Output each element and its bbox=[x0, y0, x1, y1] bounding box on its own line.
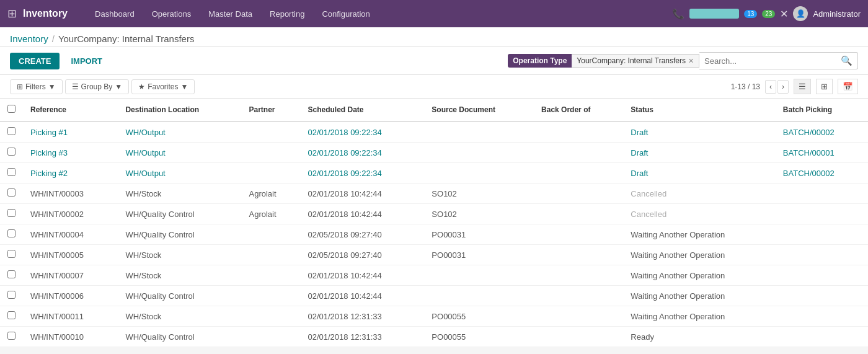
select-all-checkbox[interactable] bbox=[7, 105, 16, 113]
cell-status: Waiting Another Operation bbox=[623, 306, 776, 327]
nav-configuration[interactable]: Configuration bbox=[313, 0, 378, 27]
cell-batch-picking bbox=[776, 245, 868, 265]
page-next-button[interactable]: › bbox=[777, 80, 789, 94]
cell-reference[interactable]: Picking #1 bbox=[23, 122, 118, 143]
cell-status: Waiting Another Operation bbox=[623, 224, 776, 245]
row-checkbox[interactable] bbox=[7, 148, 16, 156]
cell-batch-picking[interactable]: BATCH/00002 bbox=[776, 163, 868, 184]
cell-status: Ready bbox=[623, 327, 776, 347]
cell-scheduled-date: 02/05/2018 09:27:40 bbox=[300, 224, 424, 245]
cell-scheduled-date: 02/01/2018 10:42:44 bbox=[300, 204, 424, 224]
row-checkbox[interactable] bbox=[7, 209, 16, 217]
cell-destination[interactable]: WH/Output bbox=[118, 163, 241, 184]
filter-icon: ⊞ bbox=[17, 82, 23, 91]
filters-chevron: ▼ bbox=[48, 82, 56, 91]
page-navigation: ‹ › bbox=[765, 80, 789, 94]
cell-back-order bbox=[534, 143, 623, 163]
grid-icon[interactable]: ⊞ bbox=[7, 7, 17, 20]
cell-reference[interactable]: Picking #3 bbox=[23, 143, 118, 163]
nav-right: 📞 13 23 ✕ 👤 Administrator bbox=[672, 6, 861, 21]
cell-partner bbox=[241, 286, 300, 306]
row-checkbox[interactable] bbox=[7, 229, 16, 237]
cell-status: Waiting Another Operation bbox=[623, 286, 776, 306]
cell-back-order bbox=[534, 286, 623, 306]
cell-status: Draft bbox=[623, 163, 776, 184]
nav-dashboard[interactable]: Dashboard bbox=[86, 0, 143, 27]
filter-row: ⊞ Filters ▼ ☰ Group By ▼ ★ Favorites ▼ 1… bbox=[0, 75, 868, 99]
cell-scheduled-date: 02/01/2018 10:42:44 bbox=[300, 286, 424, 306]
cell-back-order bbox=[534, 204, 623, 224]
remove-filter-icon[interactable]: ✕ bbox=[688, 57, 694, 65]
list-view-button[interactable]: ☰ bbox=[794, 79, 811, 94]
grid-view-button[interactable]: ⊞ bbox=[816, 79, 833, 94]
filters-button[interactable]: ⊞ Filters ▼ bbox=[10, 79, 63, 94]
cell-back-order bbox=[534, 265, 623, 286]
calendar-view-button[interactable]: 📅 bbox=[838, 79, 858, 94]
page-prev-button[interactable]: ‹ bbox=[765, 80, 776, 94]
cell-reference: WH/INT/00002 bbox=[23, 204, 118, 224]
close-icon[interactable]: ✕ bbox=[780, 8, 788, 20]
cell-scheduled-date: 02/05/2018 09:27:40 bbox=[300, 245, 424, 265]
star-icon: ★ bbox=[138, 82, 145, 91]
cell-back-order bbox=[534, 224, 623, 245]
cell-partner bbox=[241, 224, 300, 245]
cell-destination: WH/Quality Control bbox=[118, 204, 241, 224]
badge-activities[interactable]: 23 bbox=[762, 10, 775, 18]
favorites-chevron: ▼ bbox=[181, 82, 188, 91]
cell-partner: Agrolait bbox=[241, 204, 300, 224]
avatar[interactable]: 👤 bbox=[793, 6, 808, 21]
cell-partner bbox=[241, 245, 300, 265]
phone-icon[interactable]: 📞 bbox=[672, 8, 684, 20]
cell-partner bbox=[241, 163, 300, 184]
col-reference: Reference bbox=[23, 99, 118, 122]
favorites-button[interactable]: ★ Favorites ▼ bbox=[131, 79, 195, 94]
app-title[interactable]: Inventory bbox=[23, 8, 68, 19]
import-button[interactable]: IMPORT bbox=[64, 53, 108, 69]
row-checkbox[interactable] bbox=[7, 188, 16, 197]
breadcrumb-parent[interactable]: Inventory bbox=[10, 33, 48, 44]
nav-master-data[interactable]: Master Data bbox=[200, 0, 261, 27]
table-row: Picking #1WH/Output02/01/2018 09:22:34Dr… bbox=[0, 122, 868, 143]
cell-source-doc bbox=[424, 286, 534, 306]
cell-back-order bbox=[534, 184, 623, 204]
cell-status: Cancelled bbox=[623, 184, 776, 204]
cell-batch-picking[interactable]: BATCH/00002 bbox=[776, 122, 868, 143]
row-checkbox[interactable] bbox=[7, 311, 16, 319]
cell-back-order bbox=[534, 163, 623, 184]
table-row: WH/INT/00004WH/Quality Control02/05/2018… bbox=[0, 224, 868, 245]
cell-partner bbox=[241, 122, 300, 143]
cell-scheduled-date: 02/01/2018 09:22:34 bbox=[300, 122, 424, 143]
cell-scheduled-date: 02/01/2018 12:31:33 bbox=[300, 327, 424, 347]
cell-batch-picking bbox=[776, 204, 868, 224]
table-row: WH/INT/00003WH/StockAgrolait02/01/2018 1… bbox=[0, 184, 868, 204]
badge-messages[interactable]: 13 bbox=[744, 10, 757, 18]
row-checkbox[interactable] bbox=[7, 332, 16, 340]
cell-destination: WH/Stock bbox=[118, 306, 241, 327]
nav-operations[interactable]: Operations bbox=[143, 0, 200, 27]
nav-reporting[interactable]: Reporting bbox=[261, 0, 313, 27]
breadcrumb-current: YourCompany: Internal Transfers bbox=[58, 33, 195, 44]
operation-type-label: Operation Type bbox=[508, 54, 572, 68]
col-destination: Destination Location bbox=[118, 99, 241, 122]
col-source-doc: Source Document bbox=[424, 99, 534, 122]
search-input[interactable] bbox=[699, 54, 836, 68]
col-partner: Partner bbox=[241, 99, 300, 122]
row-checkbox[interactable] bbox=[7, 250, 16, 258]
cell-destination[interactable]: WH/Output bbox=[118, 122, 241, 143]
cell-partner bbox=[241, 143, 300, 163]
cell-reference[interactable]: Picking #2 bbox=[23, 163, 118, 184]
cell-destination[interactable]: WH/Output bbox=[118, 143, 241, 163]
cell-partner bbox=[241, 327, 300, 347]
group-by-button[interactable]: ☰ Group By ▼ bbox=[65, 79, 130, 94]
cell-reference: WH/INT/00006 bbox=[23, 286, 118, 306]
row-checkbox[interactable] bbox=[7, 270, 16, 278]
row-checkbox[interactable] bbox=[7, 291, 16, 299]
row-checkbox[interactable] bbox=[7, 168, 16, 176]
search-icon[interactable]: 🔍 bbox=[836, 53, 857, 69]
create-button[interactable]: CREATE bbox=[10, 53, 60, 69]
row-checkbox[interactable] bbox=[7, 127, 16, 135]
cell-batch-picking[interactable]: BATCH/00001 bbox=[776, 143, 868, 163]
filter-left: ⊞ Filters ▼ ☰ Group By ▼ ★ Favorites ▼ bbox=[10, 79, 195, 94]
admin-label[interactable]: Administrator bbox=[813, 9, 861, 19]
cell-source-doc bbox=[424, 265, 534, 286]
